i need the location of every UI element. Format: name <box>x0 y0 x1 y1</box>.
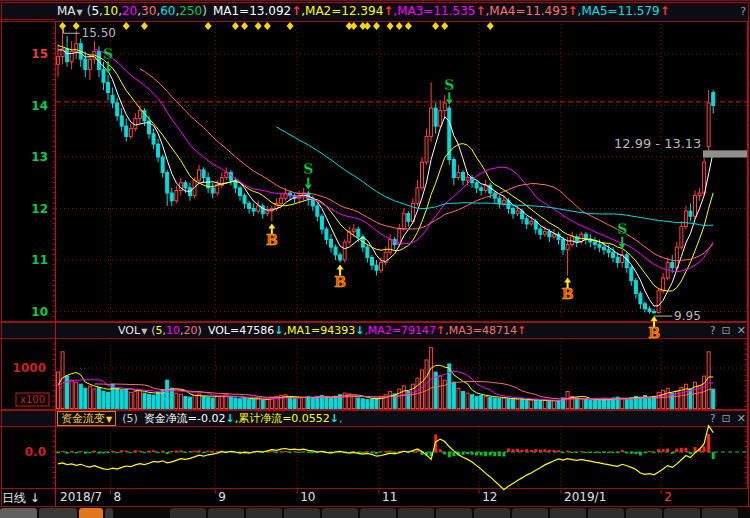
scrollbar-thumb[interactable] <box>79 508 103 518</box>
flow-bar-positive <box>512 449 515 452</box>
flow-bar-negative <box>589 452 592 453</box>
maximize-icon[interactable]: ⊡ <box>722 412 731 425</box>
candle-body <box>671 263 674 268</box>
candle-body <box>516 211 519 214</box>
flow-bar-positive <box>534 449 537 452</box>
scrollbar-segment[interactable] <box>360 508 396 518</box>
moneyflow-indicator-dropdown[interactable]: 资金流变▼ <box>57 411 116 426</box>
moneyflow-indicator-bar: 资金流变▼ (5) 资金净流=-0.02↓,累计净流=0.0552↓, ? ⊡ … <box>0 410 750 427</box>
candle-body <box>225 172 228 177</box>
scrollbar-segment[interactable] <box>0 508 37 518</box>
cumulative-flow-line <box>58 426 713 490</box>
buy-signal-label: B <box>266 232 278 248</box>
volume-bar <box>707 352 710 409</box>
flow-bar-positive <box>120 450 123 452</box>
scrollbar-segment[interactable] <box>626 508 662 518</box>
scrollbar-segment[interactable] <box>246 508 282 518</box>
scrollbar-segment[interactable] <box>474 508 510 518</box>
scrollbar-segment[interactable] <box>588 508 624 518</box>
flow-bar-negative <box>603 452 606 453</box>
scrollbar-segment[interactable] <box>702 508 738 518</box>
scrollbar-segment[interactable] <box>322 508 358 518</box>
help-icon[interactable]: ? <box>710 412 716 425</box>
legend-segment: 250 <box>179 4 202 18</box>
event-diamond-icon <box>141 22 148 30</box>
scrollbar-segment[interactable] <box>436 508 472 518</box>
flow-bar-negative <box>466 452 469 454</box>
volume-bar <box>361 399 364 409</box>
flow-bar-positive <box>252 451 255 452</box>
scrollbar-segment[interactable] <box>170 508 206 518</box>
flow-bar-negative <box>166 452 169 454</box>
scrollbar-segment[interactable] <box>550 508 586 518</box>
volume-bar <box>252 400 255 409</box>
candle-body <box>580 234 583 242</box>
close-icon[interactable]: ✕ <box>737 412 746 425</box>
flow-bar-negative <box>493 452 496 456</box>
candle-body <box>393 239 396 244</box>
flow-bar-negative <box>348 452 351 453</box>
legend-segment: ) <box>202 4 207 18</box>
candle-body <box>157 144 160 157</box>
timeframe-selector[interactable]: 日线 ↓ <box>2 490 40 507</box>
flow-bar-negative <box>489 452 492 456</box>
volume-bar <box>84 388 87 408</box>
volume-bar <box>325 397 328 408</box>
candle-body <box>571 237 574 245</box>
buy-signal-label: B <box>334 274 346 290</box>
help-icon[interactable]: ? <box>740 5 746 18</box>
volume-bar <box>416 378 419 408</box>
scrollbar-segment[interactable] <box>39 508 77 518</box>
flow-bar-positive <box>543 449 546 452</box>
flow-bar-negative <box>330 452 333 453</box>
scrollbar-segment[interactable] <box>398 508 434 518</box>
scrollbar-segment[interactable] <box>512 508 548 518</box>
volume-bar <box>630 398 633 409</box>
flow-bar-negative <box>407 452 410 453</box>
volume-bar <box>380 396 383 408</box>
volume-bar <box>216 396 219 408</box>
close-icon[interactable]: ✕ <box>737 324 746 337</box>
scrollbar-segment[interactable] <box>105 508 113 518</box>
flow-bar-positive <box>193 451 196 452</box>
vol-indicator-dropdown[interactable]: VOL▼ <box>118 324 147 337</box>
candle-body <box>648 309 651 312</box>
candle-body <box>489 185 492 193</box>
high-price-annotation: 15.50 <box>82 26 116 40</box>
scrollbar-segment[interactable] <box>208 508 244 518</box>
volume-bar <box>507 399 510 409</box>
horizontal-scrollbar[interactable] <box>0 507 750 518</box>
volume-bar <box>525 400 528 409</box>
flow-bar-positive <box>320 451 323 452</box>
candlestick-chart[interactable]: 1514131211101000x1000.0SBSBSBSB15.509.95… <box>0 0 750 518</box>
candle-body <box>666 263 669 278</box>
event-diamond-icon <box>441 22 448 30</box>
volume-bar <box>607 399 610 408</box>
flow-bar-negative <box>498 452 501 456</box>
candle-body <box>534 221 537 229</box>
candle-body <box>202 170 205 178</box>
volume-bar <box>643 396 646 409</box>
flow-axis-label: 0.0 <box>25 445 46 459</box>
arrow-up-icon: ↑ <box>660 4 670 18</box>
scrollbar-segment[interactable] <box>284 508 320 518</box>
volume-bar <box>411 384 414 408</box>
legend-value: ,MA3=11.535 <box>393 4 475 18</box>
help-icon[interactable]: ? <box>710 324 716 337</box>
event-diamond-icon <box>373 22 380 30</box>
flow-bar-positive <box>207 451 210 452</box>
scrollbar-segment[interactable] <box>664 508 700 518</box>
flow-bar-negative <box>643 452 646 453</box>
volume-bar <box>393 394 396 409</box>
sell-signal-label: S <box>303 161 313 177</box>
volume-bar <box>534 400 537 409</box>
sell-signal-label: S <box>617 221 627 237</box>
volume-bar <box>498 398 501 408</box>
candle-body <box>707 103 710 147</box>
maximize-icon[interactable]: ⊡ <box>722 324 731 337</box>
ma-indicator-dropdown[interactable]: MA▼ <box>57 4 83 18</box>
flow-bar-positive <box>216 451 219 452</box>
candle-body <box>284 193 287 198</box>
event-diamond-icon <box>264 22 271 30</box>
volume-bar <box>129 392 132 408</box>
